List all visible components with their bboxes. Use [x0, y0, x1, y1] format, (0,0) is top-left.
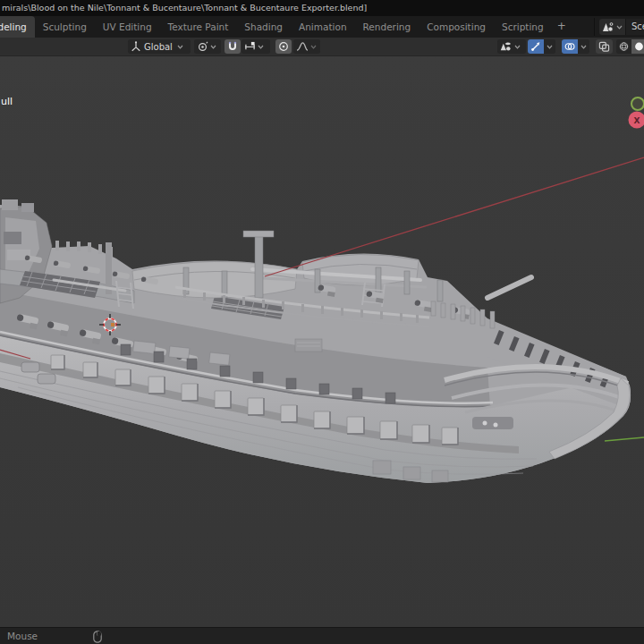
falloff-curve-icon: [296, 41, 309, 52]
gizmos-dropdown[interactable]: [544, 39, 555, 54]
overlays-dropdown[interactable]: [578, 39, 589, 54]
status-bar: Mouse: [0, 627, 644, 644]
pivot-point-icon: [197, 41, 208, 53]
tab-rendering[interactable]: Rendering: [355, 16, 419, 38]
snap-target-icon: [244, 41, 256, 52]
3d-viewport[interactable]: X ull: [0, 56, 644, 627]
scene-icon-button[interactable]: [599, 19, 625, 35]
bow-trim-band: [472, 417, 513, 429]
ship-model-render: X: [0, 56, 644, 627]
tab-modeling[interactable]: Modeling: [0, 16, 35, 38]
wireframe-shading-icon: [619, 41, 629, 52]
show-overlays-toggle[interactable]: [562, 39, 578, 54]
object-visibility-icon: [500, 41, 513, 53]
pivot-point-dropdown[interactable]: [194, 39, 221, 54]
scene-selector[interactable]: Scene: [594, 18, 644, 36]
tab-sculpting[interactable]: Sculpting: [35, 16, 95, 38]
tab-compositing[interactable]: Compositing: [419, 16, 494, 38]
proportional-editing-icon: [278, 41, 289, 52]
chevron-down-icon: [547, 45, 553, 49]
add-workspace-button[interactable]: +: [552, 16, 572, 38]
tab-texture-paint[interactable]: Texture Paint: [160, 16, 237, 38]
object-visibility-dropdown[interactable]: [497, 39, 526, 54]
transform-orientation-dropdown[interactable]: Global: [128, 39, 191, 54]
scene-icon: [602, 21, 614, 33]
solid-shading-icon: [634, 41, 644, 52]
snap-magnet-icon: [227, 41, 238, 52]
gizmo-icon: [530, 41, 541, 52]
tab-animation[interactable]: Animation: [291, 16, 355, 38]
status-keymap-hint: Mouse: [7, 628, 38, 644]
shading-solid-button[interactable]: [631, 39, 644, 54]
chevron-down-icon: [616, 25, 623, 30]
tab-shading[interactable]: Shading: [236, 16, 291, 38]
viewport-header: Global: [0, 38, 644, 56]
mouse-icon: [93, 631, 102, 643]
proportional-editing-toggle[interactable]: [275, 39, 292, 54]
shading-wireframe-button[interactable]: [616, 39, 631, 54]
xray-toggle-icon: [598, 41, 610, 52]
scene-name-label[interactable]: Scene: [625, 19, 644, 35]
show-gizmos-toggle[interactable]: [528, 39, 544, 54]
transform-orientation-icon: [131, 41, 141, 52]
chevron-down-icon: [177, 45, 183, 49]
tab-scripting[interactable]: Scripting: [494, 16, 552, 38]
overlays-icon: [564, 41, 575, 52]
chevron-down-icon: [580, 45, 587, 49]
gizmo-x-label: X: [634, 116, 640, 125]
workspace-tab-bar: Modeling Sculpting UV Editing Texture Pa…: [0, 16, 644, 38]
chevron-down-icon: [258, 45, 264, 49]
window-title: mirals\Blood on the Nile\Tonnant & Bucen…: [0, 0, 644, 16]
chevron-down-icon: [514, 45, 521, 49]
chevron-down-icon: [310, 45, 317, 49]
xray-toggle[interactable]: [596, 39, 613, 54]
snap-toggle-button[interactable]: [225, 39, 241, 54]
snap-target-dropdown[interactable]: [242, 39, 270, 54]
chevron-down-icon: [210, 45, 216, 49]
active-object-label: ull: [1, 96, 13, 107]
falloff-dropdown[interactable]: [293, 39, 320, 54]
orientation-label: Global: [144, 42, 173, 52]
gizmo-axis-y-negative[interactable]: [631, 97, 644, 110]
tab-uv-editing[interactable]: UV Editing: [95, 16, 160, 38]
